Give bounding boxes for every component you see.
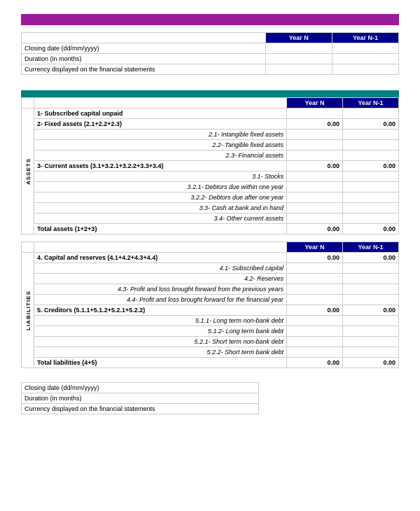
assets-row-label: 1- Subscribed capital unpaid bbox=[34, 108, 287, 119]
liabilities-row-label: 5.1.1- Long term non-bank debt bbox=[34, 316, 287, 326]
liabilities-row-label: 5. Creditors (5.1.1+5.1.2+5.2.1+5.2.2) bbox=[34, 305, 287, 316]
liabilities-year-n-value: 0.00 bbox=[287, 305, 343, 316]
liabilities-row-label: 4.1- Subscribed capital bbox=[34, 263, 287, 274]
bottom-info-table: Closing date (dd/mm/yyyy)Duration (in mo… bbox=[21, 382, 259, 414]
top-info-row: Duration (in months) bbox=[22, 54, 399, 64]
liabilities-row-label: Total liabilities (4+5) bbox=[34, 358, 287, 368]
liabilities-year-n-value bbox=[287, 337, 343, 347]
bottom-info-row: Duration (in months) bbox=[22, 393, 259, 404]
liabilities-row-label: 4. Capital and reserves (4.1+4.2+4.3+4.4… bbox=[34, 253, 287, 263]
assets-year-n1-value: 0.00 bbox=[343, 161, 399, 172]
liabilities-row: 5.1.1- Long term non-bank debt bbox=[22, 316, 399, 326]
liabilities-year-n1-value bbox=[343, 274, 399, 284]
liabilities-year-n-value: 0.00 bbox=[287, 253, 343, 263]
liabilities-year-n-value bbox=[287, 347, 343, 358]
assets-row-label: 2.1- Intangible fixed assets bbox=[34, 130, 287, 140]
assets-year-n1-value bbox=[343, 214, 399, 224]
liabilities-year-n1-value bbox=[343, 326, 399, 337]
top-info-label: Duration (in months) bbox=[22, 54, 266, 64]
liabilities-row: 5. Creditors (5.1.1+5.1.2+5.2.1+5.2.2) 0… bbox=[22, 305, 399, 316]
liabilities-year-n-value: 0.00 bbox=[287, 358, 343, 368]
top-info-year-n1 bbox=[332, 54, 398, 64]
assets-row-label: 2- Fixed assets (2.1+2.2+2.3) bbox=[34, 119, 287, 130]
top-info-row: Currency displayed on the financial stat… bbox=[22, 64, 399, 75]
assets-year-n-value bbox=[287, 130, 343, 140]
top-info-label: Closing date (dd/mm/yyyy) bbox=[22, 43, 266, 54]
assets-year-n-value bbox=[287, 203, 343, 214]
assets-year-n-value: 0.00 bbox=[287, 161, 343, 172]
liabilities-row: LIABILITIES 4. Capital and reserves (4.1… bbox=[22, 253, 399, 263]
liabilities-year-n1-value bbox=[343, 347, 399, 358]
main-title bbox=[21, 14, 399, 25]
assets-row: ASSETS 1- Subscribed capital unpaid bbox=[22, 108, 399, 119]
assets-year-n-value bbox=[287, 108, 343, 119]
assets-year-n-value bbox=[287, 192, 343, 203]
assets-year-n-value: 0.00 bbox=[287, 119, 343, 130]
assets-row: 2.2- Tangible fixed assets bbox=[22, 140, 399, 150]
assets-row: Total assets (1+2+3) 0.00 0.00 bbox=[22, 224, 399, 234]
assets-table: Year N Year N-1 ASSETS 1- Subscribed cap… bbox=[21, 97, 399, 234]
assets-year-n1-value bbox=[343, 140, 399, 150]
assets-side-label: ASSETS bbox=[22, 108, 34, 234]
liabilities-row: Total liabilities (4+5) 0.00 0.00 bbox=[22, 358, 399, 368]
bottom-info-label: Closing date (dd/mm/yyyy) bbox=[22, 383, 259, 393]
assets-year-n-value bbox=[287, 182, 343, 192]
top-info-year-n bbox=[265, 43, 332, 54]
assets-year-n1-value: 0.00 bbox=[343, 224, 399, 234]
bottom-info-label: Duration (in months) bbox=[22, 393, 259, 404]
liabilities-year-n-value bbox=[287, 263, 343, 274]
assets-row-label: 2.3- Financial assets bbox=[34, 150, 287, 161]
assets-row: 3.3- Cash at bank and in hand bbox=[22, 203, 399, 214]
liabilities-year-n-value bbox=[287, 316, 343, 326]
assets-year-n-header: Year N bbox=[287, 98, 343, 108]
liabilities-table: Year N Year N-1 LIABILITIES 4. Capital a… bbox=[21, 241, 399, 368]
liabilities-year-n1-header: Year N-1 bbox=[343, 242, 399, 253]
liabilities-year-n-value bbox=[287, 326, 343, 337]
liabilities-year-n-value bbox=[287, 284, 343, 295]
liabilities-row: 5.1.2- Long term bank debt bbox=[22, 326, 399, 337]
liabilities-row-label: 4.2- Reserves bbox=[34, 274, 287, 284]
assets-row: 3.1- Stocks bbox=[22, 172, 399, 182]
liabilities-row: 4.1- Subscribed capital bbox=[22, 263, 399, 274]
liabilities-row: 4.2- Reserves bbox=[22, 274, 399, 284]
assets-year-n1-value bbox=[343, 150, 399, 161]
top-info-table: Year N Year N-1 Closing date (dd/mm/yyyy… bbox=[21, 32, 399, 75]
liabilities-row-label: 4.4- Profit and loss brought forward for… bbox=[34, 295, 287, 305]
liabilities-year-n-value bbox=[287, 295, 343, 305]
bottom-info-label: Currency displayed on the financial stat… bbox=[22, 404, 259, 414]
assets-row: 3- Current assets (3.1+3.2.1+3.2.2+3.3+3… bbox=[22, 161, 399, 172]
liabilities-year-n1-value bbox=[343, 295, 399, 305]
assets-year-n-value bbox=[287, 214, 343, 224]
liabilities-row: 4.3- Profit and loss brought forward fro… bbox=[22, 284, 399, 295]
assets-year-n1-value bbox=[343, 182, 399, 192]
accounting-section-header bbox=[21, 90, 399, 97]
assets-year-n1-header: Year N-1 bbox=[343, 98, 399, 108]
top-info-year-n1 bbox=[332, 64, 398, 75]
liabilities-row-label: 5.2.1- Short term non-bank debt bbox=[34, 337, 287, 347]
assets-row-label: 3.2.2- Debtors due after one year bbox=[34, 192, 287, 203]
assets-year-n1-value bbox=[343, 108, 399, 119]
assets-year-n1-value bbox=[343, 130, 399, 140]
assets-row-label: 2.2- Tangible fixed assets bbox=[34, 140, 287, 150]
liabilities-row: 5.2.2- Short term bank debt bbox=[22, 347, 399, 358]
liabilities-year-n1-value: 0.00 bbox=[343, 305, 399, 316]
assets-year-n1-value bbox=[343, 203, 399, 214]
assets-year-n1-value bbox=[343, 172, 399, 182]
year-n1-header: Year N-1 bbox=[332, 33, 398, 43]
assets-row-label: 3.1- Stocks bbox=[34, 172, 287, 182]
top-info-row: Closing date (dd/mm/yyyy) bbox=[22, 43, 399, 54]
liabilities-year-n1-value bbox=[343, 337, 399, 347]
assets-year-n-value bbox=[287, 140, 343, 150]
bottom-info-row: Currency displayed on the financial stat… bbox=[22, 404, 259, 414]
liabilities-year-n1-value bbox=[343, 263, 399, 274]
assets-year-n1-value bbox=[343, 192, 399, 203]
assets-row: 2.3- Financial assets bbox=[22, 150, 399, 161]
assets-row: 2.1- Intangible fixed assets bbox=[22, 130, 399, 140]
assets-row: 3.2.2- Debtors due after one year bbox=[22, 192, 399, 203]
top-info-year-n bbox=[265, 64, 332, 75]
assets-row-label: 3- Current assets (3.1+3.2.1+3.2.2+3.3+3… bbox=[34, 161, 287, 172]
liabilities-year-n1-value bbox=[343, 316, 399, 326]
assets-year-n1-value: 0.00 bbox=[343, 119, 399, 130]
liabilities-row: 4.4- Profit and loss brought forward for… bbox=[22, 295, 399, 305]
assets-row: 2- Fixed assets (2.1+2.2+2.3) 0.00 0.00 bbox=[22, 119, 399, 130]
